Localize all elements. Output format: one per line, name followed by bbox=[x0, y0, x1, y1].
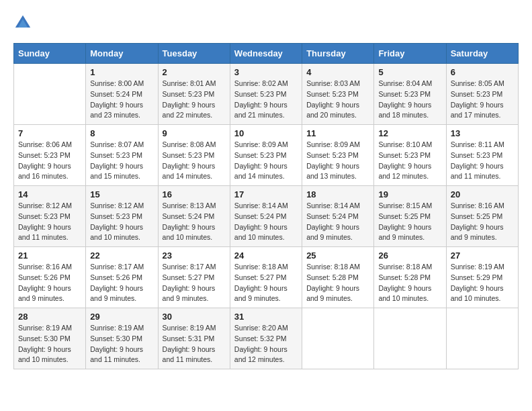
day-info: Sunrise: 8:17 AM Sunset: 5:27 PM Dayligh… bbox=[163, 262, 226, 304]
calendar-cell: 29 Sunrise: 8:19 AM Sunset: 5:30 PM Dayl… bbox=[86, 308, 158, 369]
weekday-header: Tuesday bbox=[158, 44, 230, 64]
day-number: 5 bbox=[378, 67, 441, 77]
weekday-header: Sunday bbox=[14, 44, 86, 64]
calendar-cell: 8 Sunrise: 8:07 AM Sunset: 5:23 PM Dayli… bbox=[86, 125, 158, 186]
calendar-cell: 14 Sunrise: 8:12 AM Sunset: 5:23 PM Dayl… bbox=[14, 186, 86, 247]
sunrise: Sunrise: 8:09 AM bbox=[306, 140, 360, 148]
sunset: Sunset: 5:24 PM bbox=[90, 90, 142, 98]
day-info: Sunrise: 8:00 AM Sunset: 5:24 PM Dayligh… bbox=[90, 79, 153, 121]
calendar-cell: 28 Sunrise: 8:19 AM Sunset: 5:30 PM Dayl… bbox=[14, 308, 86, 369]
day-number: 12 bbox=[378, 128, 441, 138]
day-info: Sunrise: 8:19 AM Sunset: 5:29 PM Dayligh… bbox=[451, 262, 514, 304]
day-number: 19 bbox=[378, 189, 441, 199]
day-info: Sunrise: 8:17 AM Sunset: 5:26 PM Dayligh… bbox=[90, 262, 153, 304]
day-info: Sunrise: 8:05 AM Sunset: 5:23 PM Dayligh… bbox=[451, 79, 514, 121]
sunrise: Sunrise: 8:15 AM bbox=[378, 201, 432, 210]
day-info: Sunrise: 8:11 AM Sunset: 5:23 PM Dayligh… bbox=[451, 140, 514, 182]
daylight: Daylight: 9 hours and 13 minutes. bbox=[306, 162, 359, 181]
sunset: Sunset: 5:26 PM bbox=[90, 273, 142, 281]
sunset: Sunset: 5:24 PM bbox=[306, 212, 359, 220]
day-number: 8 bbox=[90, 128, 153, 138]
day-info: Sunrise: 8:19 AM Sunset: 5:30 PM Dayligh… bbox=[90, 323, 153, 365]
sunrise: Sunrise: 8:18 AM bbox=[234, 263, 288, 271]
sunset: Sunset: 5:23 PM bbox=[234, 151, 287, 159]
sunrise: Sunrise: 8:17 AM bbox=[163, 263, 216, 271]
day-info: Sunrise: 8:01 AM Sunset: 5:23 PM Dayligh… bbox=[163, 79, 226, 121]
calendar-week-row: 21 Sunrise: 8:16 AM Sunset: 5:26 PM Dayl… bbox=[14, 247, 519, 308]
day-info: Sunrise: 8:18 AM Sunset: 5:27 PM Dayligh… bbox=[234, 262, 298, 304]
day-info: Sunrise: 8:07 AM Sunset: 5:23 PM Dayligh… bbox=[90, 140, 153, 182]
sunrise: Sunrise: 8:00 AM bbox=[90, 79, 144, 87]
day-info: Sunrise: 8:12 AM Sunset: 5:23 PM Dayligh… bbox=[90, 201, 153, 243]
daylight: Daylight: 9 hours and 18 minutes. bbox=[378, 101, 431, 120]
sunset: Sunset: 5:31 PM bbox=[163, 334, 215, 342]
day-number: 1 bbox=[90, 67, 153, 77]
day-number: 31 bbox=[234, 312, 298, 322]
daylight: Daylight: 9 hours and 9 minutes. bbox=[378, 223, 431, 242]
calendar-week-row: 14 Sunrise: 8:12 AM Sunset: 5:23 PM Dayl… bbox=[14, 186, 519, 247]
sunset: Sunset: 5:23 PM bbox=[306, 151, 359, 159]
logo-icon bbox=[13, 13, 32, 32]
day-info: Sunrise: 8:18 AM Sunset: 5:28 PM Dayligh… bbox=[378, 262, 441, 304]
calendar-cell: 23 Sunrise: 8:17 AM Sunset: 5:27 PM Dayl… bbox=[158, 247, 230, 308]
calendar-cell: 25 Sunrise: 8:18 AM Sunset: 5:28 PM Dayl… bbox=[302, 247, 374, 308]
day-info: Sunrise: 8:06 AM Sunset: 5:23 PM Dayligh… bbox=[18, 140, 81, 182]
calendar-table: SundayMondayTuesdayWednesdayThursdayFrid… bbox=[13, 43, 519, 369]
calendar-week-row: 7 Sunrise: 8:06 AM Sunset: 5:23 PM Dayli… bbox=[14, 125, 519, 186]
sunrise: Sunrise: 8:16 AM bbox=[451, 201, 504, 210]
sunset: Sunset: 5:23 PM bbox=[163, 90, 215, 98]
day-number: 16 bbox=[163, 189, 226, 199]
day-number: 3 bbox=[234, 67, 298, 77]
sunrise: Sunrise: 8:06 AM bbox=[18, 140, 72, 148]
day-info: Sunrise: 8:04 AM Sunset: 5:23 PM Dayligh… bbox=[378, 79, 441, 121]
daylight: Daylight: 9 hours and 10 minutes. bbox=[163, 223, 216, 242]
weekday-header: Friday bbox=[374, 44, 446, 64]
daylight: Daylight: 9 hours and 9 minutes. bbox=[306, 284, 359, 303]
sunrise: Sunrise: 8:11 AM bbox=[451, 140, 504, 148]
calendar-cell: 13 Sunrise: 8:11 AM Sunset: 5:23 PM Dayl… bbox=[446, 125, 518, 186]
sunrise: Sunrise: 8:14 AM bbox=[234, 201, 288, 210]
day-info: Sunrise: 8:19 AM Sunset: 5:31 PM Dayligh… bbox=[163, 323, 226, 365]
daylight: Daylight: 9 hours and 9 minutes. bbox=[163, 284, 216, 303]
daylight: Daylight: 9 hours and 11 minutes. bbox=[90, 345, 143, 364]
sunset: Sunset: 5:25 PM bbox=[451, 212, 503, 220]
day-number: 30 bbox=[163, 312, 226, 322]
sunset: Sunset: 5:23 PM bbox=[163, 151, 215, 159]
day-number: 20 bbox=[451, 189, 514, 199]
day-number: 9 bbox=[163, 128, 226, 138]
daylight: Daylight: 9 hours and 11 minutes. bbox=[451, 162, 504, 181]
sunrise: Sunrise: 8:16 AM bbox=[18, 263, 72, 271]
daylight: Daylight: 9 hours and 23 minutes. bbox=[90, 101, 143, 120]
sunrise: Sunrise: 8:02 AM bbox=[234, 79, 288, 87]
sunset: Sunset: 5:27 PM bbox=[163, 273, 215, 281]
daylight: Daylight: 9 hours and 12 minutes. bbox=[378, 162, 431, 181]
day-number: 26 bbox=[378, 250, 441, 261]
day-number: 4 bbox=[306, 67, 369, 77]
day-number: 21 bbox=[18, 250, 81, 261]
weekday-header: Thursday bbox=[302, 44, 374, 64]
calendar-cell: 9 Sunrise: 8:08 AM Sunset: 5:23 PM Dayli… bbox=[158, 125, 230, 186]
sunrise: Sunrise: 8:19 AM bbox=[90, 324, 144, 332]
sunrise: Sunrise: 8:03 AM bbox=[306, 79, 360, 87]
sunrise: Sunrise: 8:19 AM bbox=[18, 324, 72, 332]
day-info: Sunrise: 8:14 AM Sunset: 5:24 PM Dayligh… bbox=[234, 201, 298, 243]
calendar-cell: 7 Sunrise: 8:06 AM Sunset: 5:23 PM Dayli… bbox=[14, 125, 86, 186]
sunset: Sunset: 5:23 PM bbox=[18, 151, 71, 159]
sunrise: Sunrise: 8:12 AM bbox=[90, 201, 144, 210]
day-number: 23 bbox=[163, 250, 226, 261]
daylight: Daylight: 9 hours and 16 minutes. bbox=[18, 162, 71, 181]
sunset: Sunset: 5:28 PM bbox=[378, 273, 431, 281]
sunrise: Sunrise: 8:12 AM bbox=[18, 201, 72, 210]
sunrise: Sunrise: 8:13 AM bbox=[163, 201, 216, 210]
day-number: 25 bbox=[306, 250, 369, 261]
day-number: 22 bbox=[90, 250, 153, 261]
weekday-header: Wednesday bbox=[230, 44, 302, 64]
daylight: Daylight: 9 hours and 9 minutes. bbox=[90, 284, 143, 303]
daylight: Daylight: 9 hours and 9 minutes. bbox=[234, 284, 287, 303]
day-number: 13 bbox=[451, 128, 514, 138]
sunrise: Sunrise: 8:08 AM bbox=[163, 140, 216, 148]
sunrise: Sunrise: 8:05 AM bbox=[451, 79, 504, 87]
calendar-cell bbox=[302, 308, 374, 369]
sunrise: Sunrise: 8:18 AM bbox=[378, 263, 432, 271]
sunset: Sunset: 5:30 PM bbox=[18, 334, 71, 342]
